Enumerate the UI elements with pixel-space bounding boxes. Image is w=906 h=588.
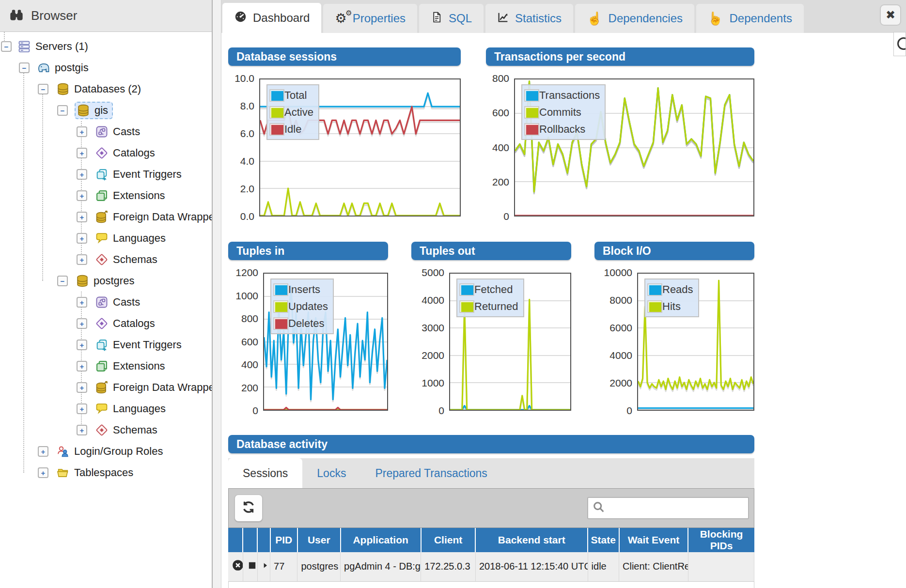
expand-icon[interactable]: + xyxy=(77,425,87,435)
collapse-icon[interactable]: − xyxy=(1,41,12,52)
tree-item-servers-1-[interactable]: −Servers (1) xyxy=(0,36,212,57)
tree-item-label: Catalogs xyxy=(113,317,155,330)
column-header-actions[interactable] xyxy=(228,528,243,552)
panel-title: Tuples in xyxy=(228,242,388,260)
expand-icon[interactable]: + xyxy=(77,318,87,329)
expand-icon[interactable]: + xyxy=(77,148,87,158)
axis-tick-label: 6000 xyxy=(609,322,632,334)
column-header-backend-start[interactable]: Backend start xyxy=(475,528,588,552)
stop-icon[interactable] xyxy=(243,552,257,581)
expand-icon[interactable]: + xyxy=(77,233,87,244)
tree-item-foreign-data-wrappers[interactable]: +Foreign Data Wrappers xyxy=(0,377,212,398)
event-icon xyxy=(95,168,109,181)
tab-dashboard[interactable]: Dashboard xyxy=(222,3,321,33)
legend-label: Reads xyxy=(662,283,693,296)
expand-icon[interactable]: + xyxy=(38,467,48,478)
tree-item-databases-2-[interactable]: −Databases (2) xyxy=(0,78,212,100)
column-header-blocking-pids[interactable]: Blocking PIDs xyxy=(688,528,754,552)
expand-icon[interactable]: + xyxy=(77,361,87,371)
tree-item-postgres[interactable]: −postgres xyxy=(0,270,212,292)
tab-dependencies[interactable]: ☝Dependencies xyxy=(575,4,694,33)
file-icon xyxy=(431,11,443,26)
legend-swatch xyxy=(273,300,288,313)
tree-item-labelwrap: Extensions xyxy=(94,188,169,203)
tree-item-languages[interactable]: +Languages xyxy=(0,228,212,249)
tree-item-languages[interactable]: +Languages xyxy=(0,398,212,419)
axis-tick-label: 2000 xyxy=(609,377,632,389)
tree-item-schemas[interactable]: +Schemas xyxy=(0,419,212,441)
binoculars-icon xyxy=(9,7,24,25)
y-axis: 120010008006004002000 xyxy=(228,273,263,411)
tab-sql[interactable]: SQL xyxy=(419,4,484,33)
corner-widget[interactable] xyxy=(893,32,906,56)
column-header-pid[interactable]: PID xyxy=(270,528,297,552)
panel-title: Transactions per second xyxy=(486,47,754,66)
panel-splitter[interactable] xyxy=(212,0,221,588)
expand-icon[interactable]: + xyxy=(77,169,87,180)
tree-item-casts[interactable]: +Casts xyxy=(0,121,212,142)
tree-item-foreign-data-wrappers[interactable]: +Foreign Data Wrappers xyxy=(0,206,212,228)
axis-tick-label: 5000 xyxy=(422,267,444,279)
tree-item-postgis[interactable]: −postgis xyxy=(0,57,212,78)
tree-item-catalogs[interactable]: +Catalogs xyxy=(0,313,212,334)
expand-icon[interactable]: + xyxy=(77,254,87,265)
expand-icon[interactable]: + xyxy=(77,403,87,414)
tree-item-tablespaces[interactable]: +Tablespaces xyxy=(0,462,212,483)
tab-dependents[interactable]: ☝Dependents xyxy=(696,4,804,33)
activity-tab-locks[interactable]: Locks xyxy=(302,458,360,488)
tab-label: Properties xyxy=(353,12,406,25)
tree-item-gis[interactable]: −gis xyxy=(0,100,212,121)
close-icon[interactable]: ✖ xyxy=(880,4,901,26)
tree-item-extensions[interactable]: +Extensions xyxy=(0,356,212,377)
activity-tab-sessions[interactable]: Sessions xyxy=(228,458,302,488)
column-header-wait-event[interactable]: Wait Event xyxy=(619,528,688,552)
tree-item-label: Casts xyxy=(113,296,140,309)
column-header-client[interactable]: Client xyxy=(421,528,476,552)
column-header-application[interactable]: Application xyxy=(341,528,421,552)
tree-item-schemas[interactable]: +Schemas xyxy=(0,249,212,270)
tab-properties[interactable]: ⚙⚙Properties xyxy=(323,4,417,33)
tab-statistics[interactable]: Statistics xyxy=(485,4,573,33)
tree-item-extensions[interactable]: +Extensions xyxy=(0,185,212,206)
tree-item-event-triggers[interactable]: +Event Triggers xyxy=(0,164,212,185)
browser-tree: −Servers (1)−postgis−Databases (2)−gis+C… xyxy=(0,32,212,588)
hand-flip-icon: ☝ xyxy=(708,12,723,25)
chart-plot: TransactionsCommitsRollbacks xyxy=(514,78,754,217)
column-header-state[interactable]: State xyxy=(588,528,619,552)
collapse-icon[interactable]: − xyxy=(57,105,68,116)
column-header-actions[interactable] xyxy=(257,528,270,552)
collapse-icon[interactable]: − xyxy=(57,276,68,286)
tree-item-event-triggers[interactable]: +Event Triggers xyxy=(0,334,212,356)
column-header-user[interactable]: User xyxy=(297,528,341,552)
tree-item-login-group-roles[interactable]: +Login/Group Roles xyxy=(0,441,212,462)
collapse-icon[interactable]: − xyxy=(38,84,48,94)
axis-tick-label: 200 xyxy=(492,176,509,188)
expand-icon[interactable]: + xyxy=(77,382,87,393)
tree-item-labelwrap: Foreign Data Wrappers xyxy=(94,209,212,225)
expand-icon[interactable]: + xyxy=(77,212,87,222)
refresh-button[interactable] xyxy=(234,495,263,522)
expand-icon[interactable]: + xyxy=(77,340,87,350)
tree-item-casts[interactable]: +Casts xyxy=(0,292,212,313)
expand-icon[interactable]: + xyxy=(77,126,87,137)
legend-item: Inserts xyxy=(273,281,328,298)
pgadmin-window: Browser −Servers (1)−postgis−Databases (… xyxy=(0,0,906,588)
search-input[interactable] xyxy=(608,499,748,517)
axis-tick-label: 4000 xyxy=(609,350,632,361)
tree-item-label: Databases (2) xyxy=(74,83,141,95)
expand-icon[interactable] xyxy=(257,552,270,581)
tree-item-label: Foreign Data Wrappers xyxy=(113,381,212,394)
expand-icon[interactable]: + xyxy=(77,190,87,201)
activity-tab-prepared-transactions[interactable]: Prepared Transactions xyxy=(360,458,501,488)
tree-item-label: Extensions xyxy=(113,360,165,372)
expand-icon[interactable]: + xyxy=(38,446,48,457)
terminate-icon[interactable] xyxy=(228,552,243,581)
tree-item-catalogs[interactable]: +Catalogs xyxy=(0,142,212,164)
axis-tick-label: 0 xyxy=(503,211,509,222)
collapse-icon[interactable]: − xyxy=(19,62,30,73)
chart-database-sessions: Database sessions 10.08.06.04.02.00.0Tot… xyxy=(228,47,461,217)
axis-tick-label: 600 xyxy=(492,107,509,119)
expand-icon[interactable]: + xyxy=(77,297,87,308)
column-header-actions[interactable] xyxy=(243,528,257,552)
refresh-icon xyxy=(241,499,256,517)
